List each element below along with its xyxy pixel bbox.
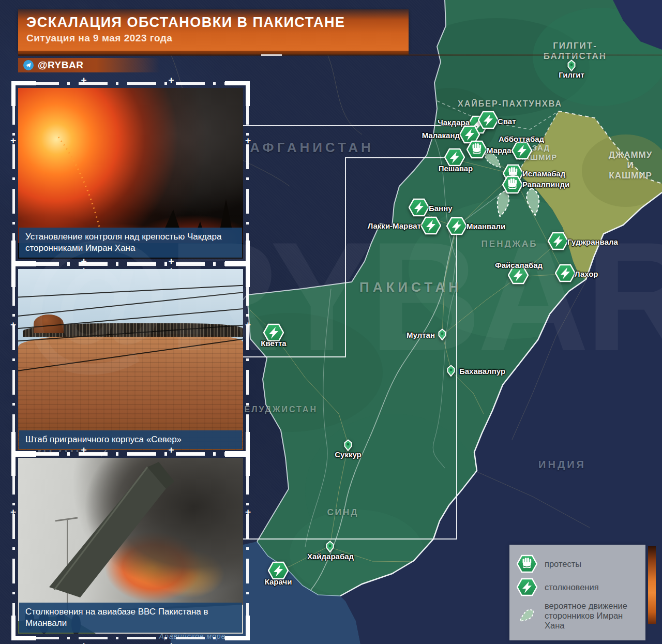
photo-chakdara-fort-fire: ++ ++ ++ Установление контроля над крепо…: [18, 88, 243, 259]
photo-frontier-corps-hq: ++ ++ ++ Штаб приграничного корпуса «Сев…: [18, 269, 243, 450]
legend-item-2: вероятное движение сторонников Имран Хан…: [517, 601, 638, 631]
channel-name: @RYBAR: [38, 59, 83, 71]
photo-caption: Штаб приграничного корпуса «Север»: [19, 430, 242, 449]
page-title: ЭСКАЛАЦИЯ ОБСТАНОВКИ В ПАКИСТАНЕ: [26, 14, 400, 31]
header-rule: [18, 54, 662, 56]
legend-accent-bar: [648, 546, 656, 624]
photo-image-fort-wall: Штаб приграничного корпуса «Север»: [18, 269, 243, 450]
lightning-icon: [517, 578, 537, 596]
legend-label: вероятное движение сторонников Имран Хан…: [545, 601, 638, 631]
photo-image-burning-aircraft: Столкновения на авиабазе ВВС Пакистана в…: [18, 458, 243, 634]
infographic-root: ГИЛГИТ-БАЛТИСТАНХАЙБЕР-ПАХТУНХВААЗАД КАШ…: [0, 0, 662, 644]
photo-mianwali-airbase: ++ ++ ++ Столкновения на авиабазе ВВС П: [18, 458, 243, 634]
telegram-badge: @RYBAR: [18, 58, 160, 72]
fist-icon: [517, 555, 537, 573]
photo-caption: Столкновения на авиабазе ВВС Пакистана в…: [19, 603, 242, 633]
photo-image-night-fire: Установление контроля над крепостью Чакд…: [18, 88, 243, 259]
map-legend: протесты столкновения вероятное движение…: [509, 545, 645, 640]
movement-arrow-icon: [517, 606, 537, 625]
page-subtitle: Ситуация на 9 мая 2023 года: [26, 33, 400, 44]
lamp-arm: [55, 518, 78, 521]
legend-label: столкновения: [545, 582, 599, 592]
legend-item-0: протесты: [517, 555, 638, 573]
lightning-icon: [517, 578, 537, 596]
header: ЭСКАЛАЦИЯ ОБСТАНОВКИ В ПАКИСТАНЕ Ситуаци…: [18, 9, 409, 55]
telegram-icon: [23, 60, 34, 70]
photo-caption: Установление контроля над крепостью Чакд…: [19, 228, 242, 258]
header-banner: ЭСКАЛАЦИЯ ОБСТАНОВКИ В ПАКИСТАНЕ Ситуаци…: [18, 9, 409, 51]
dome: [34, 314, 64, 333]
legend-item-1: столкновения: [517, 578, 638, 596]
fist-icon: [517, 555, 537, 573]
legend-label: протесты: [545, 559, 581, 569]
fire-sparks-arc: [58, 137, 102, 241]
movement-arrow-icon: [517, 606, 537, 625]
